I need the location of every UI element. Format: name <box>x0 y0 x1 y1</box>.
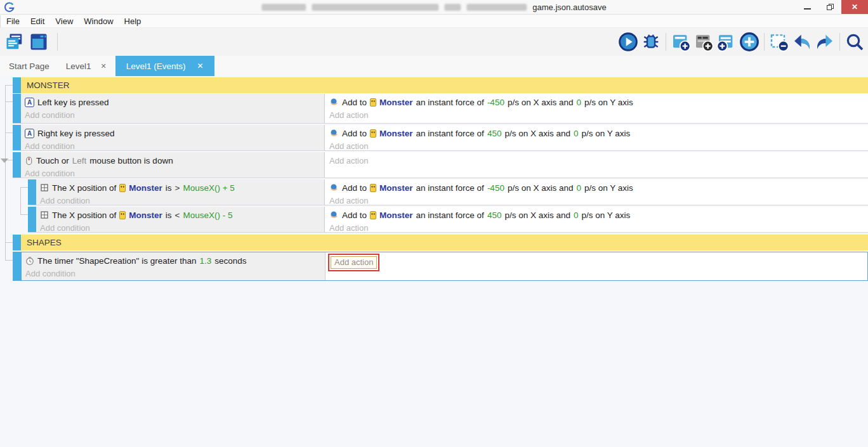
add-comment-icon[interactable] <box>693 31 714 53</box>
group-label[interactable]: MONSTER <box>21 77 868 93</box>
condition[interactable]: Touch or Left mouse button is down <box>25 154 324 167</box>
action-text[interactable]: p/s on Y axis <box>584 98 633 107</box>
action-value[interactable]: -450 <box>487 183 504 193</box>
add-other-event-icon[interactable] <box>739 31 760 53</box>
menu-file[interactable]: File <box>6 16 20 26</box>
tab-level1-events[interactable]: Level1 (Events) ✕ <box>115 56 214 76</box>
restore-button[interactable] <box>819 0 841 14</box>
action-text[interactable]: p/s on Y axis <box>584 183 633 193</box>
add-action-placeholder[interactable]: Add action <box>329 223 368 233</box>
condition-text[interactable]: Touch or <box>36 156 69 165</box>
action-text[interactable]: p/s on Y axis <box>582 211 631 220</box>
condition-text[interactable]: The X position of <box>52 183 116 193</box>
action-text[interactable]: an instant force of <box>416 183 484 193</box>
add-condition-placeholder[interactable]: Add condition <box>25 269 76 278</box>
condition[interactable]: The X position of Monster is > MouseX() … <box>40 181 324 194</box>
redo-icon[interactable] <box>814 31 836 53</box>
delete-event-icon[interactable] <box>768 31 790 53</box>
condition-operator[interactable]: > <box>175 183 180 193</box>
action-text[interactable]: an instant force of <box>416 129 484 138</box>
conditions-column[interactable]: The X position of Monster is < MouseX() … <box>36 207 325 232</box>
condition-text[interactable]: The X position of <box>52 211 116 220</box>
condition-param[interactable]: Left <box>72 156 87 165</box>
object-name[interactable]: Monster <box>379 98 413 107</box>
action-text[interactable]: an instant force of <box>416 211 484 220</box>
action-value[interactable]: 0 <box>576 98 581 107</box>
add-condition-placeholder[interactable]: Add condition <box>40 223 90 233</box>
tab-close-icon[interactable]: ✕ <box>197 62 204 70</box>
action[interactable]: Add to Monster an instant force of -450 … <box>329 181 868 194</box>
condition-expression[interactable]: MouseX() - 5 <box>183 211 232 220</box>
condition[interactable]: A Left key is pressed <box>25 96 324 108</box>
condition[interactable]: The X position of Monster is < MouseX() … <box>40 209 324 221</box>
action-value[interactable]: 450 <box>487 129 502 138</box>
condition-text[interactable]: is <box>166 211 172 220</box>
action-value[interactable]: -450 <box>487 98 504 107</box>
action-text[interactable]: p/s on X axis and <box>508 183 574 193</box>
debug-bug-icon[interactable] <box>640 31 662 53</box>
close-button[interactable]: ✕ <box>841 0 868 14</box>
search-icon[interactable] <box>844 31 865 53</box>
event-left-key[interactable]: A Left key is pressed Add condition Add … <box>13 94 868 124</box>
action[interactable]: Add to Monster an instant force of -450 … <box>329 96 868 108</box>
subevent-x-less[interactable]: The X position of Monster is < MouseX() … <box>28 207 868 233</box>
add-action-placeholder[interactable]: Add action <box>329 196 368 205</box>
subevent-x-greater[interactable]: The X position of Monster is > MouseX() … <box>28 179 868 205</box>
add-event-icon[interactable] <box>670 31 692 53</box>
action[interactable]: Add to Monster an instant force of 450 p… <box>329 127 868 139</box>
add-condition-placeholder[interactable]: Add condition <box>25 110 75 120</box>
condition-text[interactable]: seconds <box>214 256 246 266</box>
action-text[interactable]: Add to <box>342 211 367 220</box>
collapse-toggle-icon[interactable] <box>1 159 8 163</box>
menu-edit[interactable]: Edit <box>30 16 44 26</box>
add-condition-placeholder[interactable]: Add condition <box>25 169 75 178</box>
event-marker[interactable] <box>13 252 22 280</box>
tab-close-icon[interactable]: ✕ <box>101 62 107 70</box>
event-marker[interactable] <box>13 77 21 93</box>
event-marker[interactable] <box>13 235 21 250</box>
actions-column[interactable]: Add to Monster an instant force of -450 … <box>325 94 868 123</box>
object-name[interactable]: Monster <box>379 129 413 138</box>
menu-window[interactable]: Window <box>84 16 113 26</box>
add-action-placeholder[interactable]: Add action <box>329 141 368 151</box>
minimize-button[interactable] <box>796 0 819 14</box>
conditions-column[interactable]: A Left key is pressed Add condition <box>21 94 325 123</box>
conditions-column[interactable]: The timer "ShapeCreation" is greater tha… <box>22 252 326 280</box>
event-marker[interactable] <box>13 125 21 150</box>
add-condition-placeholder[interactable]: Add condition <box>25 141 75 151</box>
action-text[interactable]: an instant force of <box>416 98 484 107</box>
project-manager-icon[interactable] <box>4 31 25 53</box>
event-marker[interactable] <box>28 179 36 205</box>
actions-column[interactable]: Add action <box>326 252 867 280</box>
object-name[interactable]: Monster <box>379 183 413 193</box>
action-text[interactable]: Add to <box>342 183 367 193</box>
condition-text[interactable]: mouse button is down <box>89 156 173 165</box>
tab-start-page[interactable]: Start Page <box>8 56 63 76</box>
actions-column[interactable]: Add to Monster an instant force of 450 p… <box>325 207 868 232</box>
add-condition-placeholder[interactable]: Add condition <box>40 196 90 205</box>
tab-level1[interactable]: Level1 ✕ <box>63 56 115 76</box>
event-marker[interactable] <box>13 94 21 123</box>
actions-column[interactable]: Add to Monster an instant force of -450 … <box>325 179 868 205</box>
conditions-column[interactable]: The X position of Monster is > MouseX() … <box>36 179 325 205</box>
condition[interactable]: The timer "ShapeCreation" is greater tha… <box>25 254 325 267</box>
group-label[interactable]: SHAPES <box>21 235 868 250</box>
action-text[interactable]: p/s on X axis and <box>504 211 570 220</box>
actions-column[interactable]: Add action <box>325 152 868 178</box>
action-value[interactable]: 450 <box>487 211 502 220</box>
object-name[interactable]: Monster <box>129 211 162 220</box>
condition-text[interactable]: is <box>166 183 172 193</box>
condition-text[interactable]: The timer "ShapeCreation" is greater tha… <box>37 256 196 266</box>
condition-value[interactable]: 1.3 <box>199 256 211 266</box>
add-action-placeholder[interactable]: Add action <box>329 110 368 120</box>
event-marker[interactable] <box>28 207 36 232</box>
add-action-placeholder[interactable]: Add action <box>331 256 377 269</box>
menu-help[interactable]: Help <box>124 16 141 26</box>
condition-expression[interactable]: MouseX() + 5 <box>183 183 234 193</box>
event-timer[interactable]: The timer "ShapeCreation" is greater tha… <box>13 252 868 281</box>
event-right-key[interactable]: A Right key is pressed Add condition Add… <box>13 125 868 151</box>
action-text[interactable]: p/s on Y axis <box>582 129 631 138</box>
undo-icon[interactable] <box>791 31 813 53</box>
condition[interactable]: A Right key is pressed <box>25 127 324 139</box>
menu-view[interactable]: View <box>55 16 73 26</box>
